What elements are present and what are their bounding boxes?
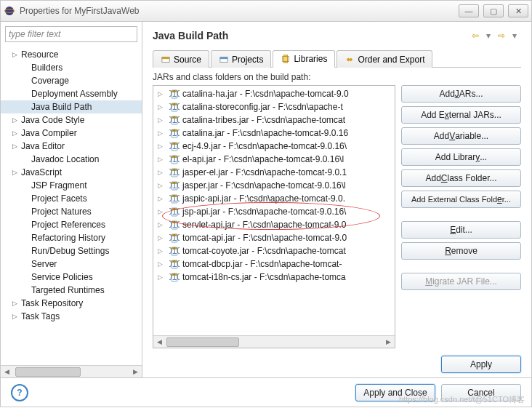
twisty-icon: ▷	[158, 247, 166, 255]
forward-icon[interactable]: ⇨	[495, 29, 508, 42]
sidebar-item-project-references[interactable]: Project References	[1, 218, 142, 231]
sidebar-item-javascript[interactable]: ▷JavaScript	[1, 166, 142, 179]
sidebar-item-java-code-style[interactable]: ▷Java Code Style	[1, 113, 142, 127]
jar-label: tomcat-i18n-cs.jar - F:\csdn\apache-tomc…	[182, 272, 346, 282]
jar-label: jsp-api.jar - F:\csdn\apache-tomcat-9.0.…	[182, 207, 346, 217]
remove-button[interactable]: Remove	[401, 242, 521, 260]
jar-icon: 010	[169, 102, 180, 112]
sidebar-item-label: Service Policies	[31, 272, 93, 282]
jar-item[interactable]: ▷010catalina.jar - F:\csdn\apache-tomcat…	[153, 127, 395, 140]
sidebar-item-resource[interactable]: ▷Resource	[1, 48, 142, 61]
twisty-icon: ▷	[158, 260, 166, 268]
jar-item[interactable]: ▷010servlet-api.jar - F:\csdn\apache-tom…	[153, 218, 395, 231]
sidebar-item-jsp-fragment[interactable]: JSP Fragment	[1, 179, 142, 192]
jar-label: catalina-ha.jar - F:\csdn\apache-tomcat-…	[182, 89, 349, 99]
jar-item[interactable]: ▷010jasper-el.jar - F:\csdn\apache-tomca…	[153, 166, 395, 179]
maximize-button[interactable]: ▢	[483, 4, 504, 17]
twisty-icon: ▷	[12, 51, 21, 58]
migrate-jar-button: Migrate JAR File...	[401, 273, 521, 290]
category-tree[interactable]: ▷ResourceBuildersCoverageDeployment Asse…	[1, 47, 142, 365]
tab-order-and-export[interactable]: Order and Export	[336, 50, 432, 68]
tab-icon	[344, 55, 355, 64]
jar-icon: 010	[169, 128, 180, 138]
twisty-icon: ▷	[158, 90, 166, 97]
filter-input[interactable]: type filter text	[5, 26, 137, 42]
jar-item[interactable]: ▷010tomcat-api.jar - F:\csdn\apache-tomc…	[153, 231, 395, 244]
sidebar-item-coverage[interactable]: Coverage	[1, 74, 142, 87]
svg-text:010: 010	[169, 259, 180, 269]
twisty-icon: ▷	[12, 129, 21, 137]
button-column: Add JARs... Add External JARs... Add Var…	[401, 85, 521, 348]
close-button[interactable]: ✕	[508, 4, 528, 17]
list-heading: JARs and class folders on the build path…	[153, 72, 521, 82]
tab-projects[interactable]: Projects	[211, 50, 271, 68]
add-library-button[interactable]: Add Library...	[401, 148, 521, 166]
add-variable-button[interactable]: Add Variable...	[401, 127, 521, 145]
sidebar-item-label: Java Code Style	[21, 115, 84, 125]
jar-item[interactable]: ▷010catalina-storeconfig.jar - F:\csdn\a…	[153, 100, 395, 113]
svg-text:010: 010	[169, 233, 180, 243]
sidebar: type filter text ▷ResourceBuildersCovera…	[1, 22, 142, 377]
sidebar-item-run-debug-settings[interactable]: Run/Debug Settings	[1, 244, 142, 257]
watermark: https://blog.csdn.net/t@51CTO博客	[399, 394, 525, 405]
jar-label: jaspic-api.jar - F:\csdn\apache-tomcat-9…	[182, 193, 345, 204]
jar-icon: 010	[169, 272, 180, 282]
sidebar-item-java-compiler[interactable]: ▷Java Compiler	[1, 127, 142, 140]
add-jars-button[interactable]: Add JARs...	[401, 85, 521, 103]
svg-text:010: 010	[169, 89, 180, 99]
sidebar-item-refactoring-history[interactable]: Refactoring History	[1, 231, 142, 244]
add-external-jars-button[interactable]: Add External JARs...	[401, 106, 521, 124]
sidebar-item-deployment-assembly[interactable]: Deployment Assembly	[1, 87, 142, 100]
sidebar-item-task-tags[interactable]: ▷Task Tags	[1, 310, 142, 323]
jar-item[interactable]: ▷010catalina-ha.jar - F:\csdn\apache-tom…	[153, 87, 395, 100]
sidebar-item-server[interactable]: Server	[1, 257, 142, 271]
sidebar-item-label: Run/Debug Settings	[31, 246, 109, 256]
add-external-class-folder-button[interactable]: Add External Class Folder...	[401, 191, 521, 208]
back-icon[interactable]: ⇦	[469, 29, 482, 42]
sidebar-scrollbar[interactable]: ◀▶	[1, 365, 142, 377]
jar-item[interactable]: ▷010el-api.jar - F:\csdn\apache-tomcat-9…	[153, 153, 395, 166]
svg-text:010: 010	[169, 272, 180, 282]
jar-list[interactable]: ▷010catalina-ha.jar - F:\csdn\apache-tom…	[153, 86, 395, 335]
jar-item[interactable]: ▷010tomcat-dbcp.jar - F:\csdn\apache-tom…	[153, 257, 395, 271]
edit-button[interactable]: Edit...	[401, 221, 521, 239]
jar-scrollbar[interactable]: ◀▶	[153, 335, 395, 348]
sidebar-item-label: Java Editor	[21, 141, 65, 151]
help-icon[interactable]: ?	[11, 384, 28, 401]
sidebar-item-task-repository[interactable]: ▷Task Repository	[1, 297, 142, 310]
jar-item[interactable]: ▷010jasper.jar - F:\csdn\apache-tomcat-9…	[153, 179, 395, 192]
sidebar-item-label: Java Compiler	[21, 128, 77, 138]
sidebar-item-targeted-runtimes[interactable]: Targeted Runtimes	[1, 284, 142, 297]
svg-text:010: 010	[169, 154, 180, 164]
sidebar-item-service-policies[interactable]: Service Policies	[1, 271, 142, 284]
sidebar-item-project-natures[interactable]: Project Natures	[1, 205, 142, 218]
sidebar-item-builders[interactable]: Builders	[1, 61, 142, 74]
minimize-button[interactable]: —	[459, 4, 479, 17]
add-class-folder-button[interactable]: Add Class Folder...	[401, 169, 521, 187]
jar-item[interactable]: ▷010jsp-api.jar - F:\csdn\apache-tomcat-…	[153, 205, 395, 218]
sidebar-item-label: Javadoc Location	[31, 154, 99, 164]
sidebar-item-java-editor[interactable]: ▷Java Editor	[1, 140, 142, 153]
sidebar-item-label: Java Build Path	[31, 102, 92, 112]
sidebar-item-javadoc-location[interactable]: Javadoc Location	[1, 153, 142, 166]
svg-text:010: 010	[169, 193, 180, 204]
sidebar-item-java-build-path[interactable]: Java Build Path	[1, 100, 142, 113]
jar-item[interactable]: ▷010catalina-tribes.jar - F:\csdn\apache…	[153, 113, 395, 127]
svg-rect-3	[162, 57, 169, 59]
twisty-icon: ▷	[12, 300, 21, 307]
dropdown-icon[interactable]: ▾	[482, 29, 495, 42]
twisty-icon: ▷	[158, 129, 166, 137]
tab-source[interactable]: Source	[153, 50, 209, 68]
jar-item[interactable]: ▷010tomcat-coyote.jar - F:\csdn\apache-t…	[153, 244, 395, 257]
jar-item[interactable]: ▷010ecj-4.9.jar - F:\csdn\apache-tomcat-…	[153, 140, 395, 153]
apply-button[interactable]: Apply	[441, 356, 521, 373]
dropdown-icon-2[interactable]: ▾	[508, 29, 521, 42]
twisty-icon: ▷	[158, 182, 166, 189]
tab-libraries[interactable]: Libraries	[273, 50, 335, 68]
sidebar-item-project-facets[interactable]: Project Facets	[1, 192, 142, 205]
tab-label: Libraries	[294, 54, 327, 64]
jar-item[interactable]: ▷010tomcat-i18n-cs.jar - F:\csdn\apache-…	[153, 271, 395, 284]
sidebar-item-label: Coverage	[31, 76, 69, 86]
jar-item[interactable]: ▷010jaspic-api.jar - F:\csdn\apache-tomc…	[153, 192, 395, 205]
tab-label: Order and Export	[358, 55, 424, 65]
